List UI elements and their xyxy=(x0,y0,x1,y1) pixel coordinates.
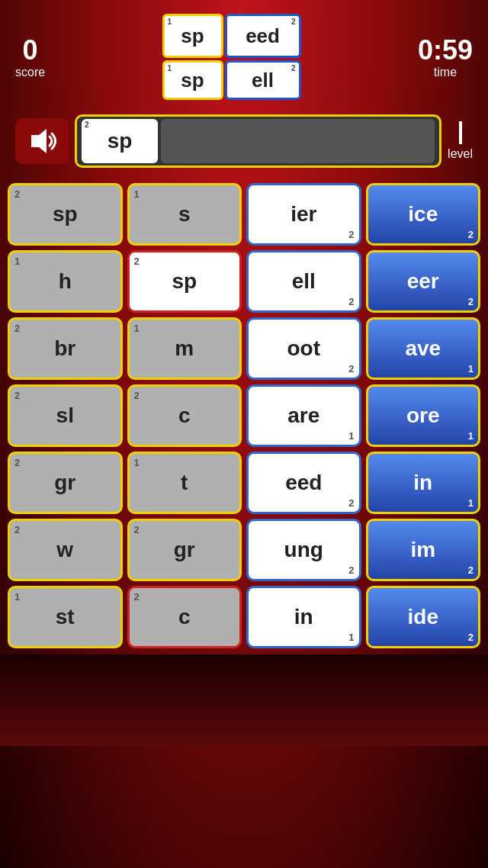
tile-oot-r2-c2[interactable]: 2oot xyxy=(246,317,361,380)
tile-eer-r1-c3[interactable]: 2eer xyxy=(366,250,481,313)
tile-m-r2-c1[interactable]: 1m xyxy=(127,317,242,380)
tile-gr-r5-c1[interactable]: 2gr xyxy=(127,519,242,581)
tile-ell-r1-c2[interactable]: 2ell xyxy=(246,250,361,313)
tile-ore-r3-c3[interactable]: 1ore xyxy=(366,384,481,447)
tile-grid: 2sp1s2ier2ice1h2sp2ell2eer2br1m2oot1ave2… xyxy=(0,177,488,654)
tile-h-r1-c0[interactable]: 1h xyxy=(8,250,123,313)
tile-are-r3-c2[interactable]: 1are xyxy=(246,384,361,447)
tile-gr-r4-c0[interactable]: 2gr xyxy=(8,452,123,514)
tile-in-r6-c2[interactable]: 1in xyxy=(246,586,361,648)
tile-c-r6-c1[interactable]: 2c xyxy=(127,586,242,648)
time-label: time xyxy=(434,66,457,79)
tile-t-r4-c1[interactable]: 1t xyxy=(127,452,242,514)
word-tile-eed[interactable]: 2 eed xyxy=(225,14,301,58)
target-frame: 2 sp xyxy=(75,114,441,168)
word-tile-ell[interactable]: 2 ell xyxy=(225,60,301,100)
svg-marker-0 xyxy=(31,129,47,153)
tile-br-r2-c0[interactable]: 2br xyxy=(8,317,123,380)
time-value: 0:59 xyxy=(418,37,473,64)
tile-ier-r0-c2[interactable]: 2ier xyxy=(246,183,361,246)
level-section: level xyxy=(448,121,473,161)
tile-s-r0-c1[interactable]: 1s xyxy=(127,183,242,246)
score-section: 0 score xyxy=(15,37,45,79)
target-empty-slot[interactable] xyxy=(161,119,435,163)
word-tile-sp-1[interactable]: 1 sp xyxy=(162,14,223,58)
tile-w-r5-c0[interactable]: 2w xyxy=(8,519,123,581)
score-value: 0 xyxy=(23,37,38,64)
word-row-1: 1 sp 2 eed xyxy=(162,14,301,58)
word-tile-sp-2[interactable]: 1 sp xyxy=(162,60,223,100)
bottom-background xyxy=(0,654,488,746)
tile-sl-r3-c0[interactable]: 2sl xyxy=(8,384,123,447)
word-tiles-area: 1 sp 2 eed 1 sp 2 ell xyxy=(45,14,418,102)
sound-button[interactable] xyxy=(15,118,69,164)
target-tile[interactable]: 2 sp xyxy=(82,119,158,163)
sound-icon xyxy=(25,124,59,158)
score-label: score xyxy=(15,66,45,79)
tile-eed-r4-c2[interactable]: 2eed xyxy=(246,452,361,514)
tile-sp-r0-c0[interactable]: 2sp xyxy=(8,183,123,246)
level-label: level xyxy=(448,147,473,161)
tile-in-r4-c3[interactable]: 1in xyxy=(366,452,481,514)
tile-ice-r0-c3[interactable]: 2ice xyxy=(366,183,481,246)
tile-ave-r2-c3[interactable]: 1ave xyxy=(366,317,481,380)
tile-sp-r1-c1[interactable]: 2sp xyxy=(127,250,242,313)
tile-c-r3-c1[interactable]: 2c xyxy=(127,384,242,447)
header: 0 score 1 sp 2 eed 1 sp 2 ell 0: xyxy=(0,0,488,110)
tile-ide-r6-c3[interactable]: 2ide xyxy=(366,586,481,648)
tile-ung-r5-c2[interactable]: 2ung xyxy=(246,519,361,581)
word-row-2: 1 sp 2 ell xyxy=(162,60,301,100)
tile-st-r6-c0[interactable]: 1st xyxy=(8,586,123,648)
time-section: 0:59 time xyxy=(418,37,473,79)
target-row: 2 sp level xyxy=(0,110,488,172)
level-bar xyxy=(459,121,462,144)
tile-im-r5-c3[interactable]: 2im xyxy=(366,519,481,581)
